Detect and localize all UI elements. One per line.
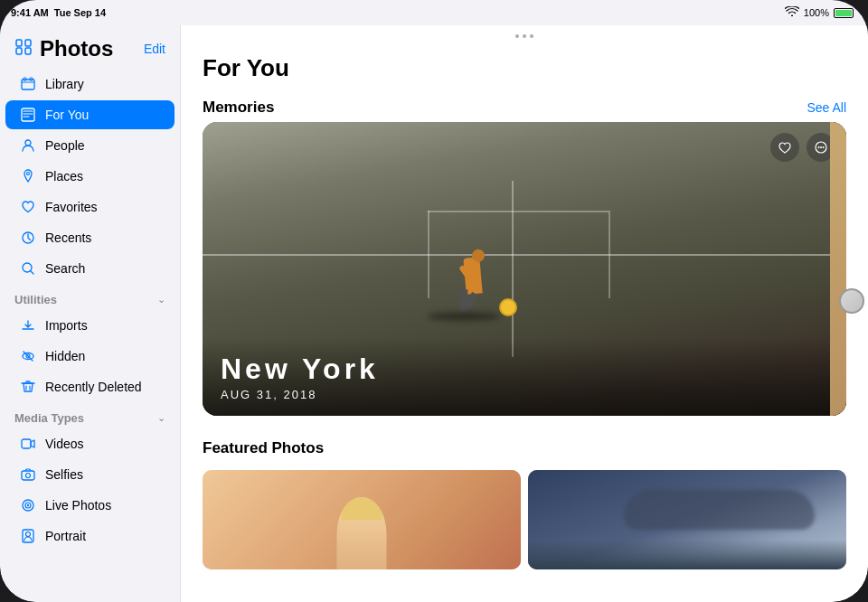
favorites-icon bbox=[20, 199, 36, 215]
status-right: 100% bbox=[785, 6, 854, 19]
memory-date: AUG 31, 2018 bbox=[221, 388, 828, 401]
svg-point-9 bbox=[27, 173, 30, 175]
dot2 bbox=[523, 34, 526, 38]
battery-label: 100% bbox=[804, 7, 829, 18]
sidebar-item-library-label: Library bbox=[45, 77, 84, 91]
imports-icon bbox=[20, 317, 36, 334]
people-icon bbox=[20, 137, 36, 154]
memories-section-row: Memories See All bbox=[181, 89, 868, 122]
svg-rect-3 bbox=[25, 48, 31, 54]
svg-point-21 bbox=[26, 532, 31, 537]
sidebar-item-people[interactable]: People bbox=[5, 131, 175, 160]
featured-section-row: Featured Photos bbox=[181, 430, 868, 463]
memory-overlay: New York AUG 31, 2018 bbox=[203, 338, 846, 416]
svg-point-16 bbox=[26, 474, 31, 478]
svg-rect-7 bbox=[22, 108, 34, 121]
sidebar-item-for-you-label: For You bbox=[45, 108, 89, 122]
media-types-title: Media Types bbox=[14, 411, 84, 425]
see-all-button[interactable]: See All bbox=[807, 100, 846, 115]
selfies-icon bbox=[20, 466, 36, 483]
sidebar-item-favorites[interactable]: Favorites bbox=[5, 193, 175, 221]
sidebar-title: Photos bbox=[40, 36, 113, 61]
svg-point-23 bbox=[818, 146, 820, 148]
svg-point-19 bbox=[27, 504, 29, 506]
sidebar-item-live-photos[interactable]: Live Photos bbox=[5, 491, 175, 520]
top-dots-menu[interactable] bbox=[181, 25, 868, 47]
sidebar-item-recently-deleted-label: Recently Deleted bbox=[45, 380, 142, 394]
main-header: For You bbox=[181, 47, 868, 89]
utilities-title: Utilities bbox=[14, 293, 57, 306]
featured-photo-1[interactable] bbox=[203, 470, 521, 569]
sidebar-item-hidden-label: Hidden bbox=[45, 349, 85, 363]
sidebar-item-videos-label: Videos bbox=[45, 437, 84, 451]
sidebar-item-portrait-label: Portrait bbox=[45, 529, 86, 543]
sidebar-item-search-label: Search bbox=[45, 261, 85, 276]
status-left: 9:41 AM Tue Sep 14 bbox=[11, 7, 106, 18]
sidebar-item-selfies-label: Selfies bbox=[45, 467, 83, 482]
battery-icon bbox=[834, 8, 854, 18]
for-you-icon bbox=[20, 107, 36, 123]
dot3 bbox=[530, 34, 533, 38]
sidebar-item-favorites-label: Favorites bbox=[45, 200, 98, 214]
sidebar-item-places-label: Places bbox=[45, 169, 83, 183]
sidebar-item-imports[interactable]: Imports bbox=[5, 311, 175, 340]
media-types-header: Media Types ⌄ bbox=[0, 402, 180, 428]
sidebar-item-recents[interactable]: Recents bbox=[5, 223, 175, 252]
sidebar-header: Photos Edit bbox=[0, 25, 180, 69]
wifi-icon bbox=[785, 6, 799, 19]
live-photos-icon bbox=[20, 497, 36, 513]
utilities-chevron-icon[interactable]: ⌄ bbox=[157, 294, 165, 306]
portrait-icon bbox=[20, 528, 36, 544]
sidebar-item-for-you[interactable]: For You bbox=[5, 100, 175, 129]
memories-title: Memories bbox=[203, 99, 274, 117]
grid-icon bbox=[14, 38, 33, 61]
svg-point-25 bbox=[823, 146, 825, 148]
memory-card-peek bbox=[830, 122, 846, 416]
svg-rect-14 bbox=[22, 439, 31, 448]
recents-icon bbox=[20, 230, 36, 246]
videos-icon bbox=[20, 436, 36, 452]
sidebar-item-imports-label: Imports bbox=[45, 318, 88, 333]
svg-rect-2 bbox=[25, 40, 31, 46]
svg-rect-4 bbox=[22, 80, 34, 89]
main-content: For You Memories See All bbox=[181, 25, 868, 602]
status-bar: 9:41 AM Tue Sep 14 100% bbox=[0, 0, 868, 25]
edit-button[interactable]: Edit bbox=[144, 42, 165, 56]
heart-button[interactable] bbox=[770, 133, 799, 162]
sidebar-item-portrait[interactable]: Portrait bbox=[5, 522, 175, 550]
media-types-chevron-icon[interactable]: ⌄ bbox=[157, 412, 165, 424]
sidebar-item-live-photos-label: Live Photos bbox=[45, 498, 111, 513]
utilities-header: Utilities ⌄ bbox=[0, 284, 180, 310]
status-time: 9:41 AM bbox=[11, 7, 49, 18]
svg-rect-1 bbox=[16, 48, 22, 54]
dot1 bbox=[515, 34, 519, 38]
sidebar-item-recently-deleted[interactable]: Recently Deleted bbox=[5, 372, 175, 401]
places-icon bbox=[20, 168, 36, 184]
search-icon bbox=[20, 260, 36, 277]
svg-point-24 bbox=[820, 146, 822, 148]
hidden-icon bbox=[20, 348, 36, 364]
sidebar-item-selfies[interactable]: Selfies bbox=[5, 460, 175, 489]
status-date: Tue Sep 14 bbox=[54, 7, 106, 18]
sidebar-item-search[interactable]: Search bbox=[5, 254, 175, 283]
svg-rect-0 bbox=[16, 40, 22, 46]
sidebar-item-hidden[interactable]: Hidden bbox=[5, 342, 175, 371]
svg-rect-15 bbox=[22, 471, 34, 480]
memory-location: New York bbox=[221, 353, 828, 386]
sidebar-item-places[interactable]: Places bbox=[5, 162, 175, 191]
featured-photo-2[interactable] bbox=[528, 470, 846, 569]
memories-card[interactable]: New York AUG 31, 2018 bbox=[203, 122, 846, 416]
memory-actions bbox=[770, 133, 835, 162]
recently-deleted-icon bbox=[20, 379, 36, 395]
sidebar-item-people-label: People bbox=[45, 138, 85, 153]
home-button[interactable] bbox=[839, 288, 864, 314]
library-icon bbox=[20, 76, 36, 92]
sidebar: Photos Edit Library bbox=[0, 25, 181, 602]
svg-point-8 bbox=[25, 140, 31, 146]
featured-title: Featured Photos bbox=[203, 439, 324, 457]
featured-photos-row bbox=[181, 463, 868, 577]
main-title: For You bbox=[203, 54, 846, 82]
sidebar-item-library[interactable]: Library bbox=[5, 70, 175, 99]
sidebar-item-videos[interactable]: Videos bbox=[5, 429, 175, 458]
sidebar-item-recents-label: Recents bbox=[45, 230, 91, 245]
